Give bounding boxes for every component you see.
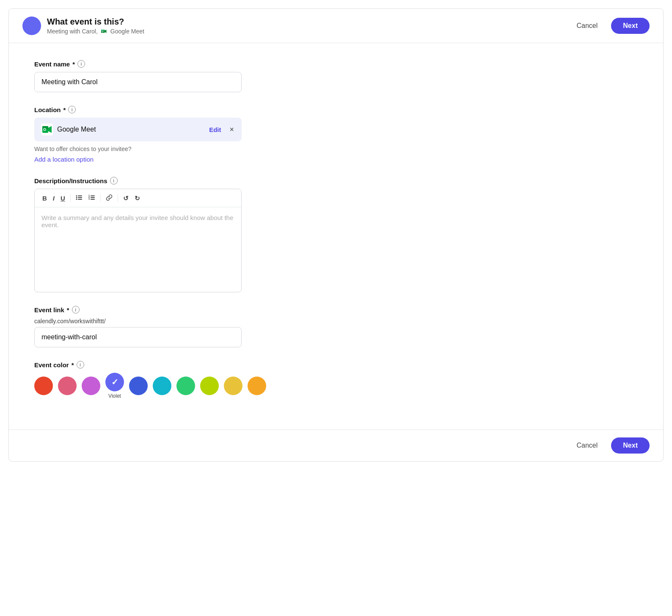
color-swatch-wrapper (153, 377, 171, 395)
gmeet-logo-icon (41, 124, 53, 135)
bold-button[interactable]: B (40, 193, 50, 203)
header-cancel-button[interactable]: Cancel (570, 19, 605, 33)
color-swatch-wrapper (58, 377, 77, 395)
svg-point-2 (102, 30, 103, 31)
description-input[interactable]: Write a summary and any details your inv… (35, 207, 241, 292)
svg-rect-10 (78, 195, 82, 196)
event-link-prefix: calendly.com/workswithifttt/ (34, 318, 638, 324)
color-swatch-cyan[interactable] (153, 377, 171, 395)
location-group: Location * i Google Meet Edit × Want to (34, 106, 638, 163)
subtitle-meet-label: Google Meet (110, 28, 144, 35)
header-subtitle: Meeting with Carol, Google Meet (47, 28, 144, 35)
event-color-info-icon[interactable]: i (77, 361, 84, 368)
page-title: What event is this? (47, 17, 144, 27)
svg-rect-14 (78, 199, 82, 200)
color-swatch-red[interactable] (34, 377, 53, 395)
toolbar-divider-2 (100, 194, 101, 202)
avatar (22, 16, 41, 35)
header: What event is this? Meeting with Carol, … (9, 9, 663, 43)
page-wrapper: What event is this? Meeting with Carol, … (8, 8, 664, 462)
footer-cancel-button[interactable]: Cancel (570, 438, 605, 453)
footer-next-button[interactable]: Next (611, 437, 650, 454)
event-color-group: Event color * i ✓Violet (34, 361, 638, 399)
location-remove-button[interactable]: × (229, 126, 235, 133)
color-swatch-blue[interactable] (129, 377, 148, 395)
color-swatch-pink[interactable] (58, 377, 77, 395)
event-link-info-icon[interactable]: i (72, 306, 80, 314)
svg-point-13 (76, 199, 77, 200)
color-swatch-wrapper (200, 377, 219, 395)
svg-point-11 (76, 197, 77, 198)
swatch-checkmark: ✓ (111, 377, 118, 387)
color-swatch-wrapper (34, 377, 53, 395)
description-label: Description/Instructions i (34, 177, 638, 184)
description-group: Description/Instructions i B I U (34, 177, 638, 292)
event-color-label: Event color * i (34, 361, 638, 368)
link-button[interactable] (103, 192, 115, 204)
ordered-list-button[interactable]: 1. 2. 3. (86, 192, 98, 204)
add-location-link[interactable]: Add a location option (34, 156, 94, 163)
ordered-list-icon: 1. 2. 3. (88, 194, 95, 201)
redo-button[interactable]: ↻ (132, 193, 143, 203)
svg-rect-18 (91, 197, 95, 198)
swatch-label: Violet (108, 393, 121, 399)
location-edit-button[interactable]: Edit (206, 126, 224, 133)
svg-rect-20 (91, 199, 95, 200)
location-box: Google Meet Edit × (34, 118, 242, 141)
google-meet-icon (100, 28, 108, 35)
header-right: Cancel Next (570, 18, 650, 34)
footer: Cancel Next (9, 429, 663, 461)
location-info-icon[interactable]: i (68, 106, 76, 113)
editor-toolbar: B I U (35, 189, 241, 207)
color-swatch-wrapper (248, 377, 266, 395)
svg-point-8 (44, 129, 46, 130)
color-swatch-wrapper: ✓Violet (105, 373, 124, 399)
event-link-input[interactable] (34, 327, 242, 347)
underline-button[interactable]: U (58, 193, 68, 203)
svg-rect-16 (91, 195, 95, 196)
event-link-group: Event link * i calendly.com/workswithift… (34, 306, 638, 347)
color-swatch-green[interactable] (176, 377, 195, 395)
description-info-icon[interactable]: i (110, 177, 118, 184)
location-hint: Want to offer choices to your invitee? (34, 146, 638, 152)
italic-button[interactable]: I (50, 193, 57, 203)
header-left: What event is this? Meeting with Carol, … (22, 16, 144, 35)
color-swatch-wrapper (176, 377, 195, 395)
color-swatch-yellow[interactable] (224, 377, 242, 395)
description-placeholder: Write a summary and any details your inv… (41, 214, 233, 228)
event-name-input[interactable] (34, 72, 242, 92)
color-swatch-lime[interactable] (200, 377, 219, 395)
event-name-info-icon[interactable]: i (77, 60, 85, 68)
location-name: Google Meet (57, 126, 201, 133)
location-label: Location * i (34, 106, 638, 113)
event-name-label: Event name * i (34, 60, 638, 68)
svg-text:3.: 3. (88, 198, 91, 200)
color-swatch-violet[interactable]: ✓ (105, 373, 124, 391)
color-swatch-wrapper (82, 377, 100, 395)
header-next-button[interactable]: Next (611, 18, 650, 34)
event-link-label: Event link * i (34, 306, 638, 314)
undo-button[interactable]: ↺ (121, 193, 131, 203)
color-swatch-wrapper (224, 377, 242, 395)
toolbar-divider-1 (70, 194, 71, 202)
header-title-block: What event is this? Meeting with Carol, … (47, 17, 144, 35)
subtitle-event-name: Meeting with Carol, (47, 28, 98, 35)
color-swatches: ✓Violet (34, 373, 638, 399)
color-swatch-wrapper (129, 377, 148, 395)
svg-point-9 (76, 195, 77, 197)
bullet-list-icon (76, 194, 83, 201)
main-content: Event name * i Location * i (9, 43, 663, 429)
description-editor: B I U (34, 189, 242, 292)
link-icon (106, 194, 113, 201)
toolbar-divider-3 (118, 194, 118, 202)
color-swatch-purple[interactable] (82, 377, 100, 395)
svg-rect-12 (78, 197, 82, 198)
color-swatch-orange[interactable] (248, 377, 266, 395)
bullet-list-button[interactable] (73, 192, 85, 204)
event-name-group: Event name * i (34, 60, 638, 92)
